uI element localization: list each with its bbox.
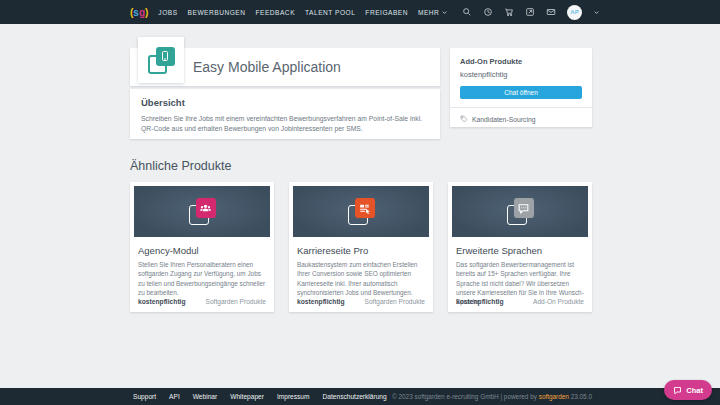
product-card-image (134, 186, 270, 237)
nav-item-talent-pool[interactable]: TALENT POOL (305, 9, 355, 16)
open-chat-button[interactable]: Chat öffnen (460, 86, 582, 99)
similar-products-heading: Ähnliche Produkte (130, 159, 231, 173)
product-card-description: Stellen Sie Ihren Personalberatern einen… (138, 260, 266, 297)
product-card-karriereseite-pro[interactable]: Karriereseite Pro Baukastensystem zum ei… (289, 182, 433, 312)
app-window: (sg) JOBS BEWERBUNGEN FEEDBACK TALENT PO… (0, 0, 720, 405)
footer-link-webinar[interactable]: Webinar (193, 393, 217, 400)
chat-fab-button[interactable]: Chat (664, 380, 712, 400)
product-card-price: kostenpflichtig (138, 298, 186, 305)
people-group-icon (189, 198, 216, 225)
chat-bubble-icon (507, 198, 534, 225)
footer-links: Support API Webinar Whitepaper Impressum… (133, 393, 387, 400)
overview-heading: Übersicht (141, 97, 429, 108)
nav-item-feedback[interactable]: FEEDBACK (255, 9, 295, 16)
clock-icon[interactable] (483, 7, 493, 17)
product-card-image (452, 186, 588, 237)
product-card-category: Softgarden Produkte (365, 298, 425, 305)
product-card-image (293, 186, 429, 237)
nav-item-freigaben[interactable]: FREIGABEN (365, 9, 408, 16)
chat-fab-label: Chat (686, 386, 703, 395)
copyright-text: © 2023 softgarden e-recruiting GmbH | po… (392, 393, 592, 400)
account-chevron-down-icon[interactable] (593, 9, 600, 16)
product-card-title: Karriereseite Pro (297, 245, 425, 256)
product-card-erweiterte-sprachen[interactable]: Erweiterte Sprachen Das softgarden Bewer… (448, 182, 592, 312)
cart-icon[interactable] (504, 7, 514, 17)
product-icon-tile (138, 37, 184, 83)
footer-link-impressum[interactable]: Impressum (277, 393, 310, 400)
product-card-price: kostenpflichtig (297, 298, 345, 305)
footer-link-whitepaper[interactable]: Whitepaper (230, 393, 264, 400)
navbar-right: AP (462, 5, 600, 20)
phone-icon (159, 50, 171, 62)
search-icon[interactable] (462, 7, 472, 17)
product-card-category: Softgarden Produkte (206, 298, 266, 305)
navbar-left: (sg) JOBS BEWERBUNGEN FEEDBACK TALENT PO… (130, 7, 448, 18)
nav-mehr-label: MEHR (418, 9, 439, 16)
product-card-title: Erweiterte Sprachen (456, 245, 584, 256)
chat-bubble-icon (673, 386, 682, 395)
copyright-brand[interactable]: softgarden (539, 393, 569, 400)
overview-text: Schreiben Sie Ihre Jobs mit einem verein… (141, 114, 429, 134)
footer-link-datenschutz[interactable]: Datenschutzerklärung (323, 393, 387, 400)
product-card-agency-modul[interactable]: Agency-Modul Stellen Sie Ihren Personalb… (130, 182, 274, 312)
softgarden-logo[interactable]: (sg) (130, 7, 148, 18)
info-category: Add-On Produkte (460, 57, 582, 66)
launch-icon[interactable] (525, 7, 535, 17)
product-card-category: Add-On Produkte (533, 298, 584, 305)
chevron-down-icon (441, 9, 448, 16)
overview-card: Übersicht Schreiben Sie Ihre Jobs mit ei… (130, 89, 440, 139)
info-panel: Add-On Produkte kostenpflichtig Chat öff… (450, 48, 592, 127)
mobile-app-icon (148, 47, 175, 74)
top-navbar: (sg) JOBS BEWERBUNGEN FEEDBACK TALENT PO… (0, 0, 720, 24)
mail-icon[interactable] (546, 7, 556, 17)
product-card-description: Baukastensystem zum einfachen Erstellen … (297, 260, 425, 297)
footer-link-support[interactable]: Support (133, 393, 156, 400)
tag-label: Kandidaten-Sourcing (472, 116, 535, 123)
page-title: Easy Mobile Application (193, 48, 341, 86)
avatar[interactable]: AP (567, 5, 582, 20)
product-card-price: kostenpflichtig (456, 298, 504, 305)
tag-icon (460, 115, 468, 123)
footer-link-api[interactable]: API (169, 393, 180, 400)
tag-kandidaten-sourcing[interactable]: Kandidaten-Sourcing (460, 108, 582, 123)
nav-item-bewerbungen[interactable]: BEWERBUNGEN (188, 9, 246, 16)
nav-item-mehr[interactable]: MEHR (418, 9, 448, 16)
product-card-title: Agency-Modul (138, 245, 266, 256)
footer-bar: Support API Webinar Whitepaper Impressum… (0, 388, 720, 405)
document-cursor-icon (348, 198, 375, 225)
nav-item-jobs[interactable]: JOBS (158, 9, 177, 16)
info-price: kostenpflichtig (460, 70, 582, 79)
